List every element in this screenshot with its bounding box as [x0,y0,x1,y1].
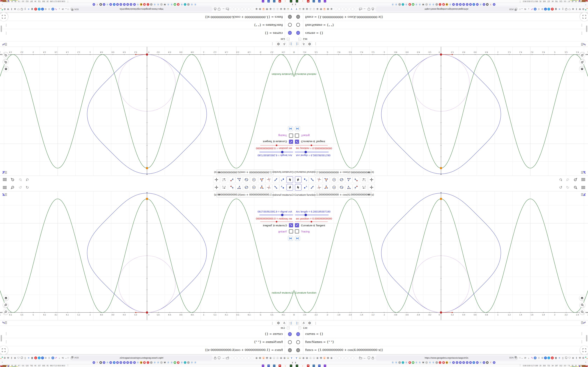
visibility-marble[interactable] [296,340,300,344]
trash-icon[interactable]: 🗑 [30,7,34,11]
disabled-extension-icon[interactable] [234,8,237,10]
trash-icon[interactable]: 🗑 [30,356,34,360]
taskbar-floppy-app[interactable]: 64 [318,365,320,367]
globe-extension-icon[interactable]: ⊕ [330,8,333,11]
slider-tool[interactable]: a = 2 [361,184,367,191]
bookmark-google[interactable]: G [167,3,170,6]
circle-tool[interactable] [331,176,337,183]
forward-icon[interactable]: → [520,7,524,11]
url-bar[interactable]: https://www.geogebra.org/classic/aagcxh3… [70,355,213,360]
zoom-in-icon[interactable] [3,302,8,308]
ld-icon[interactable]: Ⓛ [20,356,24,360]
bookmark-google[interactable]: G [391,361,394,364]
bookmark-purple-star[interactable]: ✦ [452,361,455,364]
zoom-out-icon[interactable] [3,309,8,315]
bookmark-google[interactable]: G [153,3,156,6]
bookmark-purple-star[interactable]: ✦ [133,3,136,6]
globe-extension-icon[interactable]: ⊕ [302,8,305,11]
zoom-out-icon[interactable] [580,309,585,315]
bookmark-google[interactable]: G [391,3,394,6]
globe-grid-icon[interactable]: ⊕ [571,7,575,11]
algebra-scrollbar[interactable] [1,25,2,32]
bookmark-purple-star[interactable]: ✦ [133,361,136,364]
disabled-extension-icon[interactable] [251,8,253,10]
oval-ext-icon[interactable]: 0 [537,7,541,11]
taskbar-terminal-app[interactable]: ▣ [290,0,292,2]
wrench-icon[interactable]: ⚒ [578,7,582,11]
disabled-extension-icon[interactable] [338,8,341,10]
bookmark-google[interactable]: G [106,3,109,6]
bookmark-teal-site[interactable] [402,361,404,364]
undo-button[interactable]: ↺ [558,185,563,190]
visibility-marble[interactable] [296,23,300,27]
gear-extension-icon[interactable]: ⚙ [259,8,262,11]
wrench-extension-icon[interactable]: ⚒ [319,8,322,11]
algebra-row-funcs[interactable]: funcs = {1.00000000000 + cos(4.000000000… [294,13,588,21]
algebra-group-row[interactable]: − List [294,325,588,330]
bookmark-purple-star[interactable]: ✦ [120,361,122,364]
curvature-tangent-checkbox[interactable]: ✓ [295,140,299,144]
bookmark-blue-circle[interactable]: ▼ [473,3,475,6]
add-icon[interactable]: + [41,8,44,10]
bookmark-purple-star[interactable]: ✦ [123,3,126,6]
flower-gear-icon[interactable]: ⚙ [541,7,544,11]
globe-extension-icon[interactable]: ⊕ [316,356,319,359]
redo-button[interactable]: ↻ [18,185,23,190]
redo-button[interactable]: ↻ [565,177,570,182]
wheel-icon[interactable]: ✳ [558,356,561,360]
record-icon[interactable]: ● [35,357,37,359]
bookmark-purple-star[interactable]: ✦ [93,361,95,364]
graphics-view[interactable]: -2.6-2.4-2.2-2-1.8-1.6-1.4-1.2-1-0.8-0.6… [294,191,588,320]
algebra-fx-icon[interactable]: fx [301,42,306,46]
taskbar-display-app[interactable]: 🖵 [312,365,315,367]
bookmark-blue-circle[interactable]: ▼ [473,361,475,364]
angle-tool[interactable] [236,184,242,191]
perpendicular-line-tool[interactable] [316,184,322,191]
bookmark-purple-star[interactable]: ✦ [483,3,485,6]
bookmark-info-site[interactable]: i [439,361,441,364]
download-icon[interactable]: ↓ [58,356,61,360]
row-kebab-icon[interactable]: ⋮ [5,332,8,335]
arc-length-slider[interactable] [259,215,293,215]
back-arrow-icon[interactable]: ← [363,356,366,360]
y-extension-icon[interactable]: Y [295,356,298,359]
bookmark-info-site[interactable]: i [147,361,149,364]
algebra-fx-icon[interactable]: fx [301,321,306,325]
taskbar-floppy-app[interactable]: 64 [318,0,320,2]
back-arrow-icon[interactable]: ← [222,356,225,360]
bookmark-google[interactable]: G [415,3,418,6]
taskbar-purple-app[interactable]: ● [262,365,264,367]
taskbar-settings-app[interactable]: ✽ [307,365,309,367]
arc-extension-icon[interactable]: ∩ [312,356,316,359]
disabled-extension-icon[interactable] [244,357,247,359]
taskbar-settings-app[interactable]: ✽ [307,0,309,2]
undo-button[interactable]: ↺ [25,177,30,182]
bookmarks-overflow-icon[interactable]: ^ [585,361,586,364]
arc-length-slider[interactable] [295,215,329,215]
shield-icon[interactable] [217,356,221,360]
taskbar-terminal-app[interactable]: ▣ [290,365,292,367]
transform-tool[interactable] [229,176,235,183]
polygon-tool[interactable] [323,176,329,183]
undo-button[interactable]: ↺ [558,177,563,182]
bookmark-f-site[interactable]: f [96,361,98,364]
arc-length-slider-thumb[interactable] [281,214,284,216]
globe-extension-icon[interactable]: ⊕ [283,356,286,359]
circle-tool[interactable] [331,184,337,191]
search-icon[interactable] [573,185,578,190]
share-icon[interactable]: ↥ [575,7,578,11]
wrench-extension-icon[interactable]: ⚒ [319,356,322,359]
line-tool[interactable] [272,176,279,183]
bookmark-gray-site[interactable] [425,3,428,6]
menu-icon[interactable] [581,185,586,190]
visibility-marble[interactable] [288,348,292,352]
container-icon[interactable]: ▯ [561,7,564,11]
home-button[interactable] [3,67,9,72]
visibility-marble[interactable] [296,332,300,336]
globe-grid-icon[interactable]: ⊕ [13,7,17,11]
bookmark-google[interactable]: G [429,361,431,364]
bookmark-google[interactable]: G [137,361,139,364]
bookmark-purple-star[interactable]: ✦ [116,361,119,364]
bookmark-gear-site[interactable]: ⚙ [99,361,102,364]
graphics-stylebar-icon[interactable] [581,171,586,174]
